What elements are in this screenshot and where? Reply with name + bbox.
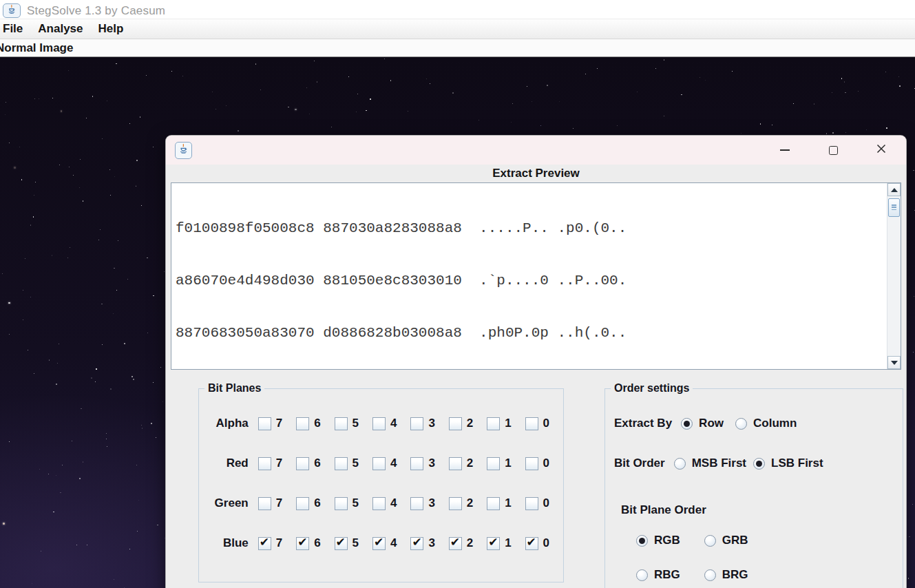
green-bit6-checkbox[interactable]: [296, 497, 309, 510]
bit-number: 2: [467, 417, 473, 430]
red-bit3-checkbox[interactable]: [410, 457, 423, 470]
extract-by-column-option[interactable]: Column: [735, 417, 797, 430]
alpha-bit1-checkbox[interactable]: [487, 417, 500, 430]
bit-number: 2: [467, 496, 473, 510]
app-java-icon-button[interactable]: [3, 3, 21, 18]
green-bit3-checkbox[interactable]: [410, 497, 423, 510]
menu-file[interactable]: File: [0, 22, 30, 36]
lsb-first-radio[interactable]: [753, 458, 765, 470]
green-bit1-checkbox[interactable]: [487, 497, 500, 510]
blue-bit2-checkbox[interactable]: [449, 537, 462, 550]
bit-number: 6: [314, 496, 320, 510]
lsb-first-option[interactable]: LSB First: [753, 456, 823, 470]
vertical-scrollbar[interactable]: [887, 183, 901, 369]
alpha-bit0-checkbox[interactable]: [525, 417, 538, 430]
maximize-icon: [829, 146, 838, 155]
close-button[interactable]: [876, 145, 887, 156]
view-mode-label: Normal Image: [0, 41, 73, 55]
bit-number: 0: [543, 496, 549, 510]
arrow-up-icon: [891, 188, 898, 192]
menu-analyse[interactable]: Analyse: [30, 22, 90, 36]
blue-bit3-checkbox[interactable]: [410, 537, 423, 550]
bit-number: 1: [505, 496, 511, 510]
bit-number: 0: [543, 536, 549, 550]
rgb-radio[interactable]: [636, 535, 648, 547]
alpha-bit3-checkbox[interactable]: [410, 417, 423, 430]
red-bit4-checkbox[interactable]: [372, 457, 386, 470]
maximize-button[interactable]: [828, 145, 839, 156]
scroll-up-button[interactable]: [887, 183, 901, 196]
rbg-option[interactable]: RBG: [636, 568, 680, 582]
bit-plane-row-alpha: Alpha 7 6 5 4 3 2 1 0: [199, 403, 563, 443]
bit-number: 2: [467, 456, 473, 470]
bit-number: 1: [505, 536, 511, 550]
scrollbar-track[interactable]: [887, 217, 901, 356]
bit-order-label: Bit Order: [614, 456, 665, 470]
bit-order-row: Bit Order MSB First LSB First: [605, 443, 903, 483]
red-bit5-checkbox[interactable]: [335, 457, 348, 470]
bit-plane-row-red: Red 7 6 5 4 3 2 1 0: [199, 443, 563, 483]
radio-label: GRB: [722, 534, 748, 547]
msb-first-option[interactable]: MSB First: [674, 456, 746, 470]
dialog-java-icon-button[interactable]: [175, 142, 192, 159]
alpha-bit4-checkbox[interactable]: [372, 417, 386, 430]
green-bit7-checkbox[interactable]: [258, 497, 271, 510]
scrollbar-thumb[interactable]: [888, 198, 900, 217]
blue-bit0-checkbox[interactable]: [525, 537, 538, 550]
app-titlebar[interactable]: StegSolve 1.3 by Caesum: [0, 0, 915, 19]
alpha-bit6-checkbox[interactable]: [296, 417, 309, 430]
bit-plane-order-label: Bit Plane Order: [621, 503, 706, 517]
view-mode-bar: Normal Image: [0, 39, 915, 57]
brg-option[interactable]: BRG: [704, 568, 748, 582]
app-title: StegSolve 1.3 by Caesum: [27, 4, 165, 18]
bit-number: 7: [276, 496, 282, 510]
rbg-radio[interactable]: [636, 569, 648, 581]
red-bit2-checkbox[interactable]: [449, 457, 462, 470]
bit-number: 5: [353, 456, 359, 470]
blue-bit6-checkbox[interactable]: [296, 537, 309, 550]
green-bit5-checkbox[interactable]: [335, 497, 348, 510]
extract-preview-textarea[interactable]: f0100898f05008c8 887030a8283088a8 .....P…: [171, 182, 901, 370]
extract-by-row-option[interactable]: Row: [681, 417, 724, 430]
green-bit0-checkbox[interactable]: [525, 497, 538, 510]
bit-number: 7: [276, 536, 282, 550]
bit-number: 4: [390, 417, 397, 430]
blue-bit1-checkbox[interactable]: [487, 537, 500, 550]
minimize-icon: [780, 149, 790, 151]
menu-bar: File Analyse Help: [0, 19, 915, 39]
rgb-option[interactable]: RGB: [636, 534, 680, 547]
brg-radio[interactable]: [704, 569, 716, 581]
minimize-button[interactable]: [779, 145, 790, 156]
radio-label: RBG: [654, 568, 680, 582]
green-bit4-checkbox[interactable]: [372, 497, 386, 510]
dialog-titlebar[interactable]: [166, 136, 906, 165]
row-label: Green: [199, 496, 249, 510]
blue-bit4-checkbox[interactable]: [372, 537, 386, 550]
blue-bit5-checkbox[interactable]: [335, 537, 348, 550]
bit-number: 6: [314, 456, 320, 470]
red-bit1-checkbox[interactable]: [487, 457, 500, 470]
window-controls: [779, 145, 906, 156]
radio-label: BRG: [722, 568, 748, 582]
column-radio[interactable]: [735, 418, 747, 430]
row-radio[interactable]: [681, 418, 693, 430]
blue-bit7-checkbox[interactable]: [258, 537, 271, 550]
red-bit7-checkbox[interactable]: [258, 457, 271, 470]
grb-option[interactable]: GRB: [704, 534, 748, 547]
msb-first-radio[interactable]: [674, 458, 686, 470]
alpha-bit5-checkbox[interactable]: [335, 417, 348, 430]
alpha-bit2-checkbox[interactable]: [449, 417, 462, 430]
green-bit2-checkbox[interactable]: [449, 497, 462, 510]
java-cup-icon: [178, 143, 189, 157]
hex-row: f0100898f05008c8 887030a8283088a8 .....P…: [176, 220, 901, 237]
scroll-down-button[interactable]: [887, 356, 901, 369]
red-bit6-checkbox[interactable]: [296, 457, 309, 470]
alpha-bit7-checkbox[interactable]: [258, 417, 271, 430]
menu-help[interactable]: Help: [91, 22, 132, 36]
extract-preview-title: Extract Preview: [166, 165, 906, 182]
red-bit0-checkbox[interactable]: [525, 457, 538, 470]
bit-number: 3: [428, 496, 434, 510]
bit-plane-order-row-1: RGB GRB: [605, 526, 903, 555]
grb-radio[interactable]: [704, 535, 716, 547]
radio-label: LSB First: [771, 456, 823, 470]
